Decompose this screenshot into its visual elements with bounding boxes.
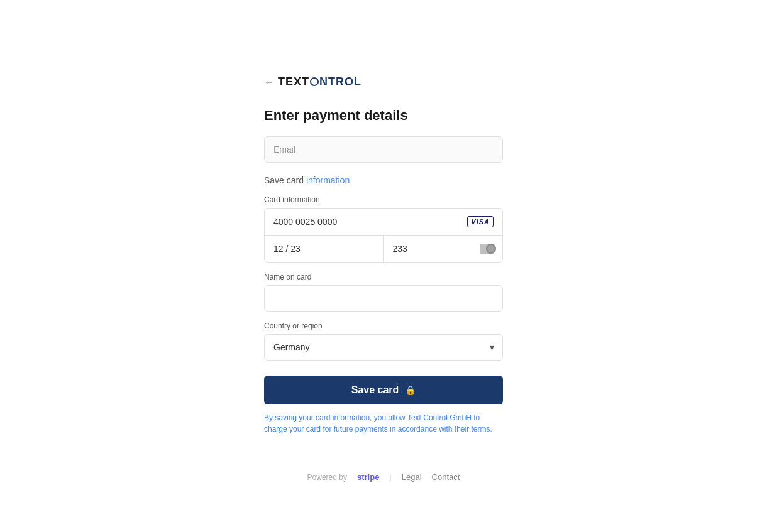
card-info-field-label: Card information	[264, 195, 503, 204]
logo: TEXTNTROL	[278, 75, 361, 89]
email-field[interactable]	[264, 136, 503, 163]
expiry-cell	[265, 236, 384, 262]
visa-icon: VISA	[467, 216, 494, 227]
footer-divider: |	[389, 472, 391, 482]
legal-link[interactable]: Legal	[402, 472, 422, 482]
logo-o-icon	[310, 77, 319, 86]
card-info-link[interactable]: information	[306, 175, 350, 185]
expiry-input[interactable]	[273, 244, 375, 254]
contact-link[interactable]: Contact	[432, 472, 460, 482]
card-info-box: VISA	[264, 208, 503, 263]
name-on-card-section: Name on card	[264, 273, 503, 312]
country-section: Country or region Germany United States …	[264, 322, 503, 361]
card-number-input[interactable]	[273, 217, 467, 227]
logo-control-part: NTROL	[319, 75, 361, 88]
page-title: Enter payment details	[264, 107, 503, 124]
country-select-wrapper: Germany United States United Kingdom Fra…	[264, 334, 503, 361]
country-select[interactable]: Germany United States United Kingdom Fra…	[264, 334, 503, 361]
logo-text-part: TEXT	[278, 75, 309, 88]
terms-text: By saving your card information, you all…	[264, 412, 503, 435]
back-logo-row[interactable]: ← TEXTNTROL	[264, 75, 503, 89]
save-card-info-label: Save card information	[264, 175, 503, 185]
stripe-logo: stripe	[357, 472, 379, 482]
save-card-button[interactable]: Save card 🔒	[264, 376, 503, 404]
card-number-row: VISA	[265, 209, 502, 236]
lock-icon: 🔒	[405, 385, 416, 395]
cvc-card-icon	[480, 244, 494, 254]
save-card-button-label: Save card	[351, 384, 399, 396]
name-on-card-label: Name on card	[264, 273, 503, 281]
footer: Powered by stripe | Legal Contact	[264, 472, 503, 482]
name-on-card-input[interactable]	[264, 285, 503, 312]
save-text: Save card	[264, 175, 306, 185]
card-bottom-row	[265, 236, 502, 262]
country-label: Country or region	[264, 322, 503, 330]
back-arrow-icon: ←	[264, 77, 274, 88]
powered-by-text: Powered by	[307, 473, 347, 482]
cvc-input[interactable]	[393, 244, 431, 254]
cvc-cell	[384, 236, 503, 262]
cvc-card-shape	[480, 244, 494, 254]
